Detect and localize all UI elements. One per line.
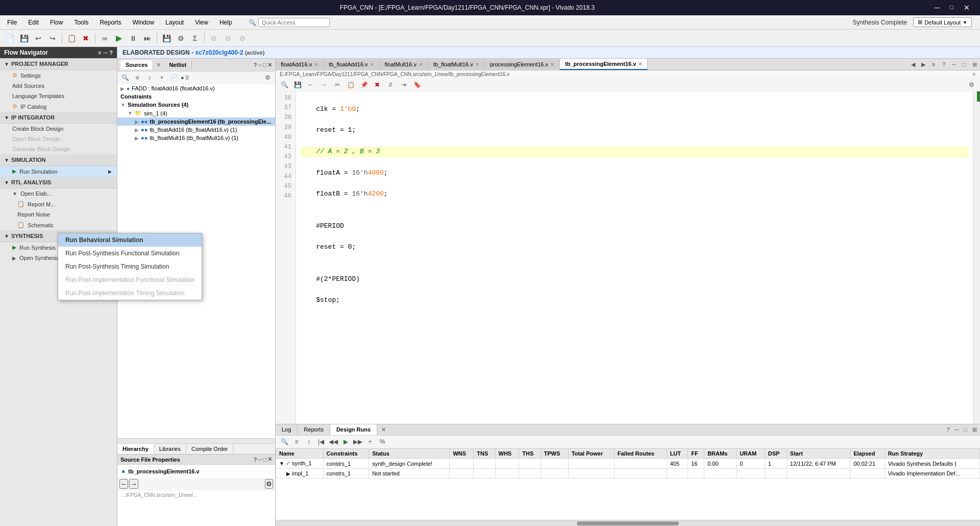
- tree-fadd[interactable]: ▶ ● FADD : floatAdd16 (floatAdd16.v): [117, 84, 275, 92]
- sources-hscrollbar[interactable]: [117, 438, 275, 443]
- redo-button[interactable]: ↪: [46, 32, 59, 45]
- compile-order-tab[interactable]: Compile Order: [186, 444, 234, 454]
- path-close-icon[interactable]: ✕: [972, 71, 976, 77]
- panel-help-icon[interactable]: ?: [254, 62, 257, 68]
- tree-tb-floatmult[interactable]: ▶ ●● tb_floatMult16 (tb_floatMult16.v) (…: [117, 134, 275, 142]
- file-button[interactable]: 📄: [168, 73, 180, 83]
- sources-tab[interactable]: Sources: [120, 60, 153, 69]
- search-code-button[interactable]: 🔍: [279, 80, 290, 90]
- tab-close-3[interactable]: ✕: [419, 62, 423, 67]
- menu-edit[interactable]: Edit: [23, 17, 44, 28]
- libraries-tab[interactable]: Libraries: [154, 444, 186, 454]
- delete-button[interactable]: ✖: [79, 32, 92, 45]
- tab-prev-icon[interactable]: ◀: [909, 60, 918, 69]
- nav-report-noise[interactable]: Report Noise: [0, 209, 117, 220]
- minimize-button[interactable]: ─: [929, 3, 945, 13]
- tree-tb-processing[interactable]: ▶ ●● tb_processingElement16 (tb_processi…: [117, 117, 275, 126]
- sfp-back-button[interactable]: ←: [119, 479, 128, 489]
- nav-report-methodology[interactable]: 📋 Report M...: [0, 199, 117, 209]
- pause-button[interactable]: ⏸: [127, 32, 140, 45]
- tool2-button[interactable]: ⊘: [222, 32, 235, 45]
- tab-maximize-icon[interactable]: □: [960, 60, 969, 69]
- sort-button[interactable]: ↕: [144, 73, 155, 83]
- menu-tools[interactable]: Tools: [69, 17, 93, 28]
- tab-close-1[interactable]: ✕: [314, 62, 318, 67]
- nav-run-simulation[interactable]: ▶ Run Simulation ▶: [0, 166, 117, 177]
- nav-language-templates[interactable]: Language Templates: [0, 91, 117, 101]
- ctx-post-synth-timing[interactable]: Run Post-Synthesis Timing Simulation: [58, 260, 202, 273]
- dr-sort-button[interactable]: ↕: [303, 437, 314, 447]
- save2-button[interactable]: 💾: [160, 32, 173, 45]
- sfp-close-icon[interactable]: ✕: [267, 456, 272, 463]
- ip-integrator-header[interactable]: ▼ IP INTEGRATOR: [0, 112, 117, 124]
- panel-maximize-icon[interactable]: □: [263, 62, 266, 68]
- menu-layout[interactable]: Layout: [160, 17, 189, 28]
- sfp-forward-button[interactable]: →: [129, 479, 138, 489]
- undo-button[interactable]: ↩: [32, 32, 45, 45]
- quick-access-input[interactable]: [258, 18, 330, 27]
- add-button[interactable]: +: [156, 73, 167, 83]
- close-bottom-icon[interactable]: ✕: [377, 424, 390, 435]
- bottom-hscrollbar[interactable]: [276, 520, 980, 526]
- project-manager-header[interactable]: ▼ PROJECT MANAGER: [0, 58, 117, 70]
- dr-next-button[interactable]: ▶▶: [352, 437, 363, 447]
- nav-add-sources[interactable]: Add Sources: [0, 81, 117, 91]
- nav-schematic[interactable]: 📋 Schematic: [0, 220, 117, 230]
- tab-floatadd16[interactable]: floatAdd16.v ✕: [276, 59, 324, 69]
- menu-help[interactable]: Help: [214, 17, 237, 28]
- table-row-impl1[interactable]: ▶ impl_1 constrs_1 Not started: [276, 469, 980, 479]
- tab-floatmult16[interactable]: floatMult16.v ✕: [380, 59, 428, 69]
- menu-reports[interactable]: Reports: [94, 17, 126, 28]
- tree-tb-floatadd[interactable]: ▶ ●● tb_floatAdd16 (tb_floatAdd16.v) (1): [117, 126, 275, 134]
- nav-ip-catalog[interactable]: ⚙ IP Catalog: [0, 101, 117, 112]
- close-button[interactable]: ✕: [959, 3, 975, 13]
- close-sources-icon[interactable]: ✕: [153, 61, 164, 69]
- save-button[interactable]: 💾: [17, 32, 31, 45]
- tab-tb-floatmult16[interactable]: tb_floatMult16.v ✕: [428, 59, 485, 69]
- scroll-thumb[interactable]: [577, 521, 679, 525]
- nav-minimize-icon[interactable]: ─: [103, 50, 107, 56]
- tab-next-icon[interactable]: ▶: [919, 60, 928, 69]
- tab-close-6[interactable]: ✕: [638, 61, 642, 67]
- back-code-button[interactable]: ←: [305, 80, 316, 90]
- tab-list-icon[interactable]: ≡: [929, 60, 938, 69]
- menu-window[interactable]: Window: [127, 17, 159, 28]
- ctx-post-synth-func[interactable]: Run Post-Synthesis Functional Simulation: [58, 247, 202, 260]
- sfp-help-icon[interactable]: ?: [254, 457, 257, 463]
- copy-code-button[interactable]: 📋: [345, 80, 356, 90]
- bp-help-icon[interactable]: ?: [944, 426, 951, 433]
- maximize-button[interactable]: □: [945, 3, 959, 13]
- window-controls[interactable]: ─ □ ✕: [929, 3, 975, 13]
- panel-close-icon[interactable]: ✕: [267, 62, 272, 68]
- indent-button[interactable]: ⇥: [398, 80, 409, 90]
- tab-close-4[interactable]: ✕: [475, 62, 479, 67]
- tree-sim-sources[interactable]: ▼ Simulation Sources (4): [117, 101, 275, 109]
- table-row-synth1[interactable]: ▼ ✓ synth_1 constrs_1 synth_design Compl…: [276, 459, 980, 469]
- nav-create-block-design[interactable]: Create Block Design: [0, 124, 117, 134]
- cut-code-button[interactable]: ✂: [332, 80, 343, 90]
- step-button[interactable]: ⏭: [141, 32, 154, 45]
- tree-sim1[interactable]: ▼ 📁 sim_1 (4): [117, 109, 275, 117]
- dr-first-button[interactable]: |◀: [315, 437, 327, 447]
- bookmark-button[interactable]: 🔖: [411, 80, 423, 90]
- hierarchy-tab[interactable]: Hierarchy: [117, 444, 154, 454]
- tab-close-5[interactable]: ✕: [550, 62, 554, 67]
- dr-prev-button[interactable]: ◀◀: [328, 437, 339, 447]
- copy-button[interactable]: 📋: [65, 32, 78, 45]
- tab-dock-icon[interactable]: ⊞: [970, 60, 979, 69]
- nav-generate-block-design[interactable]: Generate Block Design: [0, 144, 117, 154]
- simulation-header[interactable]: ▼ SIMULATION: [0, 154, 117, 166]
- menu-file[interactable]: File: [2, 17, 22, 28]
- nav-pin-icon[interactable]: ≡: [98, 50, 101, 56]
- sources-settings-button[interactable]: ⚙: [262, 73, 273, 83]
- sfp-maximize-icon[interactable]: □: [263, 457, 266, 463]
- sigma-button[interactable]: Σ: [188, 32, 202, 45]
- nav-open-block-design[interactable]: Open Block Design: [0, 134, 117, 144]
- code-content[interactable]: clk = 1'b0; reset = 1; // A = 2 , B = 3 …: [296, 91, 973, 424]
- tool3-button[interactable]: ⊘: [236, 32, 249, 45]
- filter-button[interactable]: ≡: [132, 73, 143, 83]
- run-button[interactable]: ▶: [112, 32, 126, 45]
- dr-percent-button[interactable]: %: [377, 437, 388, 447]
- tab-tb-processing16[interactable]: tb_processingElement16.v ✕: [560, 59, 648, 70]
- bp-maximize-icon[interactable]: □: [962, 426, 969, 433]
